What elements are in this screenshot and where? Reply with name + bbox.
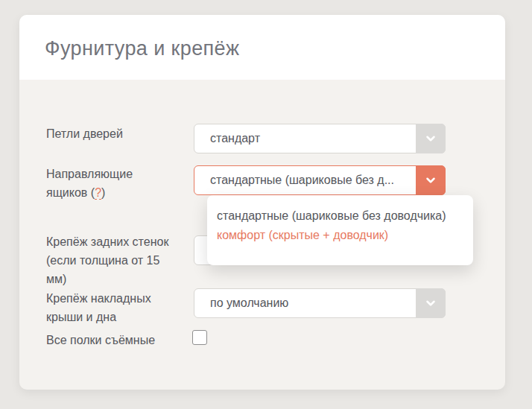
field-label-drawer-slides-text: Направляющие ящиков <box>46 168 133 199</box>
field-label-drawer-slides: Направляющие ящиков (?) <box>46 165 174 202</box>
select-top-bottom-fastening-value: по умолчанию <box>194 297 416 310</box>
field-label-back-wall-fastening: Крепёж задних стенок (если толщина от 15… <box>46 232 174 288</box>
field-label-door-hinges: Петли дверей <box>46 124 174 143</box>
select-drawer-slides[interactable]: стандартные (шариковые без д... <box>194 165 446 195</box>
select-door-hinges-value: стандарт <box>194 132 416 145</box>
chevron-down-icon[interactable] <box>416 288 446 318</box>
select-drawer-slides-value: стандартные (шариковые без д... <box>194 174 416 187</box>
select-door-hinges[interactable]: стандарт <box>194 124 446 153</box>
select-top-bottom-fastening[interactable]: по умолчанию <box>194 288 446 318</box>
dropdown-option-standard[interactable]: стандартные (шариковые без доводчика) <box>207 206 473 226</box>
card-header: Фурнитура и крепёж <box>19 15 505 80</box>
help-paren-close: ) <box>101 186 105 199</box>
help-link[interactable]: ? <box>95 186 101 200</box>
chevron-down-icon[interactable] <box>416 124 446 153</box>
page-title: Фурнитура и крепёж <box>45 37 239 60</box>
dropdown-option-comfort[interactable]: комфорт (скрытые + доводчик) <box>207 226 473 245</box>
dropdown-options-panel: стандартные (шариковые без доводчика) ко… <box>207 195 473 265</box>
chevron-down-icon[interactable] <box>416 165 446 195</box>
field-label-top-bottom-fastening: Крепёж накладных крыши и дна <box>46 289 174 326</box>
field-label-removable-shelves: Все полки съёмные <box>46 331 174 349</box>
removable-shelves-checkbox[interactable] <box>192 330 207 345</box>
